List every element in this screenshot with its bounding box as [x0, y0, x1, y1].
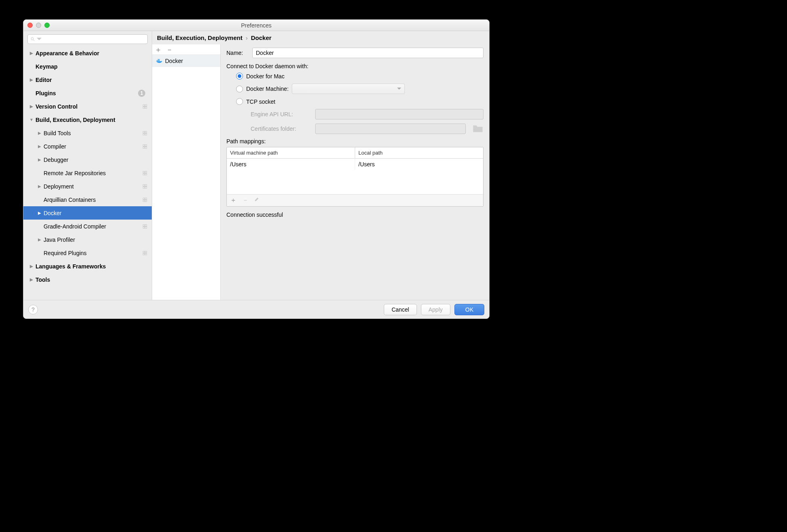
svg-rect-22	[143, 198, 144, 199]
tree-item-label: Languages & Frameworks	[36, 263, 148, 270]
folder-icon	[472, 124, 484, 134]
tree-item-version-control[interactable]: ▶Version Control	[23, 100, 152, 113]
tree-item-editor[interactable]: ▶Editor	[23, 73, 152, 86]
tree-item-java-profiler[interactable]: ▶Java Profiler	[23, 233, 152, 246]
window-title: Preferences	[27, 22, 485, 29]
svg-rect-9	[145, 133, 147, 135]
tree-item-plugins[interactable]: Plugins1	[23, 86, 152, 100]
svg-rect-36	[159, 60, 160, 61]
tree-item-label: Build, Execution, Deployment	[36, 117, 148, 123]
tree-item-label: Build Tools	[44, 130, 140, 136]
tree-item-gradle-android-compiler[interactable]: Gradle-Android Compiler	[23, 220, 152, 233]
help-button[interactable]: ?	[28, 305, 38, 314]
tree-item-languages-frameworks[interactable]: ▶Languages & Frameworks	[23, 260, 152, 273]
tree-item-debugger[interactable]: ▶Debugger	[23, 153, 152, 166]
breadcrumb-separator-icon: ›	[246, 34, 248, 41]
pm-remove-button[interactable]: －	[242, 196, 249, 205]
svg-rect-13	[145, 147, 147, 148]
tree-item-label: Docker	[44, 210, 148, 216]
svg-rect-15	[145, 171, 147, 173]
pm-body[interactable]: /Users/Users	[227, 159, 483, 194]
tree-item-build-execution-deployment[interactable]: ▼Build, Execution, Deployment	[23, 113, 152, 126]
tree-item-compiler[interactable]: ▶Compiler	[23, 140, 152, 153]
svg-rect-28	[143, 226, 144, 228]
servers-toolbar: ＋ －	[152, 44, 220, 55]
option-tcp-socket[interactable]: TCP socket	[236, 98, 484, 105]
content-area: Build, Execution, Deployment › Docker ＋ …	[152, 31, 489, 300]
apply-button[interactable]: Apply	[421, 304, 450, 315]
svg-rect-18	[143, 184, 144, 186]
pm-edit-button[interactable]	[254, 196, 260, 205]
titlebar: Preferences	[23, 20, 489, 31]
project-scope-icon	[142, 184, 148, 189]
tree-item-label: Tools	[36, 276, 148, 283]
ok-button[interactable]: OK	[454, 304, 484, 315]
disclosure-right-icon: ▶	[37, 131, 42, 135]
option-docker-for-mac[interactable]: Docker for Mac	[236, 73, 484, 80]
tree-item-label: Editor	[36, 77, 148, 83]
certificates-folder-label: Certificates folder:	[251, 126, 311, 132]
tree-item-appearance-behavior[interactable]: ▶Appearance & Behavior	[23, 46, 152, 60]
tree-item-keymap[interactable]: Keymap	[23, 60, 152, 73]
svg-rect-30	[143, 251, 144, 253]
tree-item-arquillian-containers[interactable]: Arquillian Containers	[23, 193, 152, 206]
tree-item-docker[interactable]: ▶Docker	[23, 206, 152, 220]
pm-cell-local: /Users	[355, 159, 483, 170]
certificates-folder-input	[315, 124, 466, 134]
tree-item-label: Version Control	[36, 103, 140, 110]
cancel-button[interactable]: Cancel	[384, 304, 417, 315]
servers-list: Docker	[152, 55, 220, 300]
docker-servers-panel: ＋ － Docker	[152, 44, 221, 300]
add-server-button[interactable]: ＋	[155, 46, 162, 53]
body: ▶Appearance & BehaviorKeymap▶EditorPlugi…	[23, 31, 489, 300]
tree-item-label: Plugins	[36, 90, 138, 96]
tree-item-build-tools[interactable]: ▶Build Tools	[23, 126, 152, 140]
option-docker-machine[interactable]: Docker Machine:	[236, 84, 484, 94]
sidebar: ▶Appearance & BehaviorKeymap▶EditorPlugi…	[23, 31, 152, 300]
tree-item-remote-jar-repositories[interactable]: Remote Jar Repositories	[23, 166, 152, 180]
disclosure-right-icon: ▶	[29, 277, 34, 282]
project-scope-icon	[142, 144, 148, 149]
path-mapping-row[interactable]: /Users/Users	[227, 159, 483, 170]
pm-header-vm[interactable]: Virtual machine path	[227, 147, 355, 158]
settings-tree: ▶Appearance & BehaviorKeymap▶EditorPlugi…	[23, 46, 152, 300]
tree-item-label: Java Profiler	[44, 237, 148, 243]
minimize-window-icon[interactable]	[36, 23, 41, 28]
search-input-wrap[interactable]	[27, 34, 148, 44]
docker-icon	[156, 59, 163, 63]
traffic-lights	[27, 23, 50, 28]
breadcrumb-parent[interactable]: Build, Execution, Deployment	[157, 34, 243, 41]
search-input[interactable]	[43, 36, 145, 42]
docker-machine-select[interactable]	[292, 84, 405, 94]
connect-label: Connect to Docker daemon with:	[226, 63, 484, 69]
svg-rect-34	[157, 60, 157, 61]
zoom-window-icon[interactable]	[44, 23, 50, 28]
tree-item-tools[interactable]: ▶Tools	[23, 273, 152, 286]
close-window-icon[interactable]	[27, 23, 33, 28]
svg-rect-37	[158, 59, 159, 60]
detail-panel: Name: Connect to Docker daemon with: Doc…	[221, 44, 489, 300]
svg-rect-7	[145, 131, 147, 133]
disclosure-right-icon: ▶	[29, 77, 34, 82]
tree-item-deployment[interactable]: ▶Deployment	[23, 180, 152, 193]
name-input[interactable]	[252, 48, 484, 58]
breadcrumb: Build, Execution, Deployment › Docker	[152, 31, 489, 44]
svg-rect-20	[143, 186, 144, 188]
svg-point-0	[31, 38, 33, 40]
update-badge: 1	[138, 90, 145, 97]
server-list-item-label: Docker	[165, 58, 183, 64]
server-list-item[interactable]: Docker	[152, 55, 220, 67]
remove-server-button[interactable]: －	[166, 46, 173, 53]
svg-rect-27	[145, 224, 147, 226]
pm-header-local[interactable]: Local path	[355, 147, 483, 158]
disclosure-right-icon: ▶	[37, 157, 42, 162]
tree-item-required-plugins[interactable]: Required Plugins	[23, 246, 152, 260]
svg-rect-21	[145, 186, 147, 188]
browse-folder-button[interactable]	[472, 124, 484, 134]
breadcrumb-current: Docker	[251, 34, 272, 41]
tree-item-label: Deployment	[44, 183, 140, 190]
svg-rect-24	[143, 200, 144, 201]
pm-add-button[interactable]: ＋	[230, 196, 237, 205]
svg-rect-31	[145, 251, 147, 253]
svg-rect-32	[143, 253, 144, 255]
